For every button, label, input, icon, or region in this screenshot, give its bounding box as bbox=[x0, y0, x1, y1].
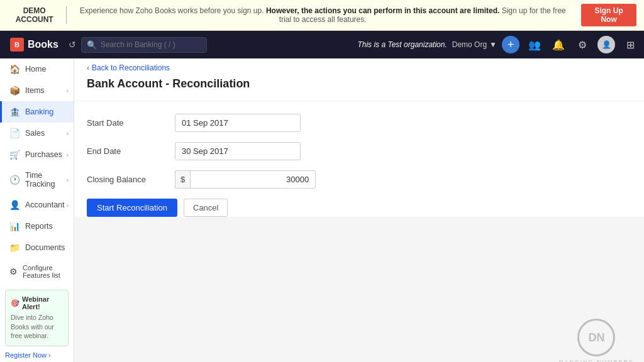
purchases-icon: 🛒 bbox=[9, 150, 20, 160]
sidebar-item-accountant[interactable]: 👤 Accountant › bbox=[0, 194, 74, 216]
start-date-input[interactable] bbox=[175, 114, 301, 132]
reconciliation-form: Start Date End Date Closing Balance $ bbox=[74, 114, 644, 189]
documents-icon: 📁 bbox=[9, 243, 20, 253]
webinar-title: 🎯 Webinar Alert! bbox=[11, 295, 63, 310]
sidebar-item-documents[interactable]: 📁 Documents bbox=[0, 237, 74, 258]
start-date-row: Start Date bbox=[87, 114, 631, 132]
contacts-icon[interactable]: 👥 bbox=[526, 36, 543, 53]
main-content: ‹ Back to Reconciliations Bank Account -… bbox=[74, 58, 644, 217]
apps-grid-icon[interactable]: ⊞ bbox=[621, 36, 639, 53]
sidebar-bottom: 🎯 Webinar Alert! Dive into Zoho Books wi… bbox=[0, 285, 74, 361]
end-date-label: End Date bbox=[87, 146, 175, 156]
demo-banner: DEMO ACCOUNT Experience how Zoho Books w… bbox=[0, 0, 644, 31]
demo-org-selector[interactable]: Demo Org ▼ bbox=[452, 40, 497, 49]
chevron-right-icon-purchases: › bbox=[67, 151, 69, 158]
sidebar-item-banking[interactable]: 🏦 Banking bbox=[0, 101, 74, 123]
items-icon: 📦 bbox=[9, 85, 20, 96]
sidebar-item-sales[interactable]: 📄 Sales › bbox=[0, 123, 74, 144]
closing-balance-input[interactable] bbox=[190, 170, 316, 189]
configure-icon: ⚙ bbox=[9, 266, 18, 277]
header: B Books ↺ 🔍 This is a Test organization.… bbox=[0, 31, 644, 58]
main-wrapper: ‹ Back to Reconciliations Bank Account -… bbox=[74, 58, 644, 362]
search-icon: 🔍 bbox=[87, 40, 97, 50]
start-date-label: Start Date bbox=[87, 118, 175, 128]
avatar[interactable]: 👤 bbox=[597, 36, 615, 53]
page-title: Bank Account - Reconciliation bbox=[74, 77, 644, 101]
notifications-icon[interactable]: 🔔 bbox=[550, 36, 567, 53]
layout: 🏠 Home 📦 Items › 🏦 Banking 📄 Sales › 🛒 P… bbox=[0, 58, 644, 362]
banking-icon: 🏦 bbox=[9, 107, 20, 117]
chevron-right-icon-time: › bbox=[67, 177, 69, 184]
accountant-icon: 👤 bbox=[9, 200, 20, 210]
chevron-right-icon: › bbox=[67, 87, 69, 94]
time-tracking-icon: 🕐 bbox=[9, 175, 20, 185]
logo[interactable]: B Books bbox=[5, 38, 64, 52]
chevron-right-icon-accountant: › bbox=[67, 202, 69, 209]
add-button[interactable]: + bbox=[502, 36, 519, 53]
refresh-icon[interactable]: ↺ bbox=[69, 40, 76, 50]
webinar-text: Dive into Zoho Books with our free webin… bbox=[11, 313, 63, 341]
demo-label: DEMO ACCOUNT bbox=[8, 6, 67, 24]
sidebar: 🏠 Home 📦 Items › 🏦 Banking 📄 Sales › 🛒 P… bbox=[0, 58, 74, 362]
sidebar-item-purchases[interactable]: 🛒 Purchases › bbox=[0, 144, 74, 165]
chevron-right-icon-sales: › bbox=[67, 130, 69, 137]
reports-icon: 📊 bbox=[9, 221, 20, 231]
sidebar-item-reports[interactable]: 📊 Reports bbox=[0, 216, 74, 237]
closing-balance-field: $ bbox=[175, 170, 316, 189]
signup-button[interactable]: Sign Up Now bbox=[581, 4, 636, 26]
watermark: DN DANCING NUMBERS bbox=[559, 319, 634, 362]
sidebar-item-configure[interactable]: ⚙ Configure Features list bbox=[0, 258, 74, 285]
org-info: This is a Test organization. bbox=[357, 40, 447, 49]
logo-text: Books bbox=[28, 39, 58, 50]
home-icon: 🏠 bbox=[9, 64, 20, 74]
right-arrow-icon: › bbox=[48, 351, 51, 359]
webinar-box: 🎯 Webinar Alert! Dive into Zoho Books wi… bbox=[5, 290, 69, 346]
settings-icon[interactable]: ⚙ bbox=[574, 36, 591, 53]
back-arrow-icon: ‹ bbox=[87, 63, 89, 72]
watermark-logo: DN bbox=[577, 319, 615, 356]
end-date-row: End Date bbox=[87, 142, 631, 160]
start-reconciliation-button[interactable]: Start Reconciliation bbox=[87, 199, 177, 217]
breadcrumb[interactable]: ‹ Back to Reconciliations bbox=[74, 58, 644, 77]
end-date-input[interactable] bbox=[175, 142, 301, 160]
header-actions: + 👥 🔔 ⚙ 👤 ⊞ bbox=[502, 36, 639, 53]
cancel-button[interactable]: Cancel bbox=[184, 199, 228, 217]
search-bar[interactable]: 🔍 bbox=[81, 37, 207, 53]
chevron-down-icon: ▼ bbox=[489, 40, 497, 49]
closing-balance-row: Closing Balance $ bbox=[87, 170, 631, 189]
currency-symbol: $ bbox=[175, 170, 190, 189]
logo-icon: B bbox=[10, 38, 24, 52]
sidebar-item-items[interactable]: 📦 Items › bbox=[0, 80, 74, 101]
sales-icon: 📄 bbox=[9, 128, 20, 138]
banner-message: Experience how Zoho Books works before y… bbox=[74, 6, 571, 24]
webinar-register-link[interactable]: Register Now › bbox=[5, 351, 69, 359]
closing-balance-label: Closing Balance bbox=[87, 175, 175, 184]
search-input[interactable] bbox=[101, 40, 201, 49]
sidebar-item-time-tracking[interactable]: 🕐 Time Tracking › bbox=[0, 165, 74, 194]
sidebar-item-home[interactable]: 🏠 Home bbox=[0, 58, 74, 80]
form-actions: Start Reconciliation Cancel bbox=[74, 199, 644, 217]
